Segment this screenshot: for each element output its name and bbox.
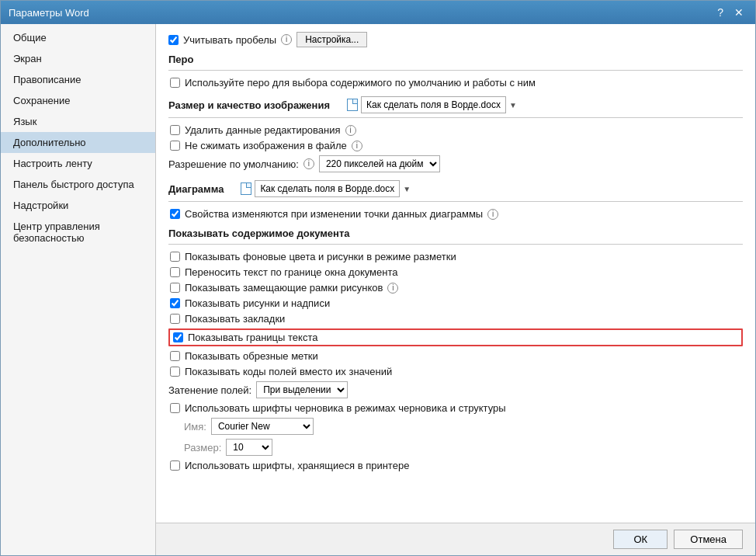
drawings-checkbox[interactable] [170,298,180,308]
draft-fonts-row: Использовать шрифты черновика в режимах … [168,402,743,414]
fieldcodes-checkbox[interactable] [170,367,180,377]
drawings-label: Показывать рисунки и надписи [185,297,330,309]
bookmarks-checkbox[interactable] [170,314,180,324]
resolution-info-icon: i [303,158,314,169]
title-bar: Параметры Word ? ✕ [1,1,755,24]
delete-data-row: Удалить данные редактирования i [168,124,743,136]
image-section-header: Размер и качество изображения [168,99,330,111]
shading-select[interactable]: При выделении Никогда Всегда [256,381,348,398]
textwrap-label: Переносить текст по границе окна докумен… [185,266,397,278]
title-bar-buttons: ? ✕ [713,5,747,19]
cropmarks-label: Показывать обрезные метки [185,350,318,362]
chart-props-label: Свойства изменяются при изменении точки … [185,208,483,220]
font-name-row: Имя: Courier New Arial Times New Roman [168,418,743,435]
sidebar-item-language[interactable]: Язык [1,111,155,132]
chart-doc-icon [241,182,251,195]
sidebar-item-display[interactable]: Экран [1,48,155,69]
font-size-select[interactable]: 10 8 9 11 12 [226,439,272,456]
ok-button[interactable]: ОК [613,530,668,549]
spaces-label: Учитывать пробелы [183,34,276,46]
cropmarks-checkbox[interactable] [170,351,180,361]
image-dropdown-arrow: ▼ [509,101,517,109]
backgrounds-row: Показывать фоновые цвета и рисунки в реж… [168,251,743,262]
show-section-header: Показывать содержимое документа [168,228,743,239]
chart-doc-button[interactable]: Как сделать поля в Ворде.docx [255,180,400,197]
textbounds-row: Показывать границы текста [168,328,743,346]
sidebar-item-save[interactable]: Сохранение [1,90,155,111]
bookmarks-row: Показывать закладки [168,313,743,325]
main-content: Учитывать пробелы i Настройка... Перо Ис… [156,24,755,555]
textwrap-checkbox[interactable] [170,267,180,277]
image-divider [168,117,743,118]
delete-data-info-icon: i [345,125,356,136]
sidebar: Общие Экран Правописание Сохранение Язык… [1,24,156,555]
fieldcodes-label: Показывать коды полей вместо их значений [185,366,392,377]
chart-props-info-icon: i [487,209,498,220]
dialog-title: Параметры Word [9,7,89,19]
shading-label: Затенение полей: [168,384,251,396]
image-doc-button[interactable]: Как сделать поля в Ворде.docx [361,96,506,113]
printer-fonts-row: Использовать шрифты, хранящиеся в принте… [168,460,743,471]
placeholders-label: Показывать замещающие рамки рисунков [185,282,383,294]
drawings-row: Показывать рисунки и надписи [168,297,743,309]
chart-section-header: Диаграмма [168,183,224,195]
sidebar-item-trustcenter[interactable]: Центр управления безопасностью [1,216,155,248]
textbounds-label: Показывать границы текста [188,332,317,343]
textwrap-row: Переносить текст по границе окна докумен… [168,266,743,278]
textbounds-checkbox[interactable] [173,332,183,342]
pen-checkbox[interactable] [170,78,180,88]
sidebar-item-proofing[interactable]: Правописание [1,69,155,90]
no-compress-label: Не сжимать изображения в файле [185,140,347,151]
no-compress-row: Не сжимать изображения в файле i [168,140,743,151]
sidebar-item-advanced[interactable]: Дополнительно [1,132,155,153]
delete-data-checkbox[interactable] [170,125,180,135]
pen-label: Используйте перо для выбора содержимого … [185,77,536,89]
chart-section-header-row: Диаграмма Как сделать поля в Ворде.docx … [168,180,743,197]
chart-props-checkbox[interactable] [170,209,180,219]
sidebar-item-ribbon[interactable]: Настроить ленту [1,153,155,174]
backgrounds-checkbox[interactable] [170,252,180,262]
chart-dropdown-arrow: ▼ [403,185,411,193]
no-compress-info-icon: i [352,141,362,151]
font-size-label: Размер: [184,442,221,453]
font-size-row: Размер: 10 8 9 11 12 [168,439,743,456]
help-button[interactable]: ? [713,5,727,19]
setup-button[interactable]: Настройка... [297,32,367,47]
no-compress-checkbox[interactable] [170,141,180,151]
image-section-header-row: Размер и качество изображения Как сделат… [168,96,743,113]
backgrounds-label: Показывать фоновые цвета и рисунки в реж… [185,251,456,262]
top-row: Учитывать пробелы i Настройка... [168,32,743,47]
fieldcodes-row: Показывать коды полей вместо их значений [168,366,743,377]
sidebar-item-quickaccess[interactable]: Панель быстрого доступа [1,174,155,195]
font-name-select[interactable]: Courier New Arial Times New Roman [211,418,314,435]
draft-fonts-checkbox[interactable] [170,403,180,413]
spaces-info-icon: i [281,34,292,45]
bookmarks-label: Показывать закладки [185,313,285,325]
shading-row: Затенение полей: При выделении Никогда В… [168,381,743,398]
close-button[interactable]: ✕ [730,5,747,19]
font-name-label: Имя: [184,421,206,433]
draft-fonts-label: Использовать шрифты черновика в режимах … [185,402,506,414]
placeholders-info-icon: i [387,283,398,294]
placeholders-checkbox[interactable] [170,283,180,293]
sidebar-item-general[interactable]: Общие [1,27,155,48]
chart-divider [168,201,743,202]
pen-section-header: Перо [168,54,743,65]
chart-props-row: Свойства изменяются при изменении точки … [168,208,743,220]
placeholders-row: Показывать замещающие рамки рисунков i [168,282,743,294]
resolution-row: Разрешение по умолчанию: i 220 пикселей … [168,155,743,172]
resolution-label: Разрешение по умолчанию: [168,158,299,170]
spaces-checkbox[interactable] [168,35,179,45]
resolution-select[interactable]: 220 пикселей на дюйм 72 пикселя на дюйм … [319,155,440,172]
bottom-bar: ОК Отмена [156,523,755,555]
image-doc-icon [347,99,358,111]
printer-fonts-checkbox[interactable] [170,460,180,471]
cropmarks-row: Показывать обрезные метки [168,350,743,362]
sidebar-item-addins[interactable]: Надстройки [1,195,155,216]
delete-data-label: Удалить данные редактирования [185,124,341,136]
pen-divider [168,70,743,71]
scroll-area[interactable]: Учитывать пробелы i Настройка... Перо Ис… [156,24,755,523]
dialog-body: Общие Экран Правописание Сохранение Язык… [1,24,755,555]
cancel-button[interactable]: Отмена [674,530,743,549]
printer-fonts-label: Использовать шрифты, хранящиеся в принте… [185,460,409,471]
